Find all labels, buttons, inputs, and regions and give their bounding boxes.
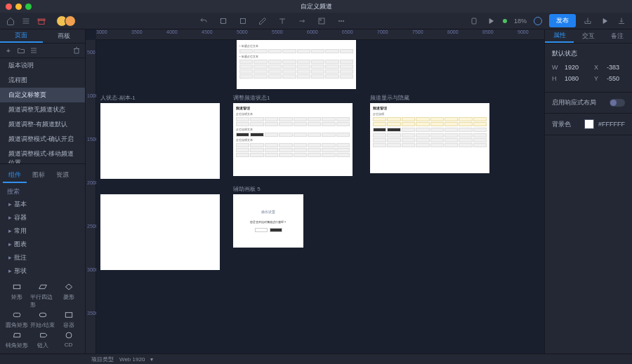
more-icon[interactable]	[336, 16, 346, 26]
undo-icon[interactable]	[199, 16, 209, 26]
artboard-label[interactable]: 调整频道状态1	[233, 94, 270, 102]
maximize-icon[interactable]	[25, 4, 32, 10]
collaborators[interactable]	[59, 15, 76, 27]
x-value[interactable]: -383	[607, 64, 619, 71]
window-title: 自定义频道	[301, 2, 332, 11]
add-page-icon[interactable]: +	[4, 46, 13, 55]
toolbar: 18% 发布	[0, 13, 632, 29]
page-item[interactable]: 版本说明	[0, 58, 85, 73]
artboard-label[interactable]: 辅助画板 5	[233, 185, 261, 193]
folder-icon[interactable]	[17, 46, 25, 55]
page-list: 版本说明流程图自定义标签页频道调整无频道状态频道调整-有频道默认频道调整模式-确…	[0, 58, 85, 163]
svg-point-5	[320, 19, 321, 20]
svg-point-7	[341, 20, 342, 22]
responsive-toggle[interactable]	[610, 99, 625, 107]
play-icon[interactable]	[600, 16, 610, 26]
shape-item[interactable]: 平行四边形	[30, 282, 55, 309]
page-item[interactable]: 自定义标签页	[0, 88, 85, 102]
close-icon[interactable]	[6, 4, 12, 10]
tab-icons[interactable]: 图标	[27, 168, 51, 183]
page-item[interactable]: 频道调整无频道状态	[0, 102, 85, 117]
shape-item[interactable]: 钝角矩形	[4, 330, 29, 349]
artboard[interactable]: • 标题占位文本• 标题占位文本	[237, 40, 356, 89]
svg-rect-13	[39, 313, 46, 316]
minimize-icon[interactable]	[15, 4, 22, 10]
tab-notes[interactable]: 备注	[603, 29, 632, 43]
artboard[interactable]: 人状态-副本-1	[100, 103, 220, 179]
page-item[interactable]: 流程图	[0, 73, 85, 88]
pen-icon[interactable]	[258, 16, 268, 26]
search-input[interactable]: 搜索	[0, 186, 85, 198]
canvas-area[interactable]: 3000350040004500500055006000650070007500…	[86, 29, 544, 353]
artboard[interactable]: 频道显示与隐藏频道管理占位说明	[370, 103, 489, 173]
project-settings-icon[interactable]	[534, 17, 542, 25]
component-group[interactable]: 基本	[0, 198, 85, 211]
list-icon[interactable]	[29, 46, 38, 55]
svg-rect-11	[13, 285, 20, 288]
component-group[interactable]: 图表	[0, 238, 85, 251]
tab-artboards[interactable]: 画板	[43, 29, 86, 43]
shape-item[interactable]: 菱形	[56, 282, 81, 309]
dropdown-icon[interactable]: ▾	[150, 356, 153, 363]
project-type-value[interactable]: Web 1920	[119, 356, 145, 363]
shape-item[interactable]: 链入	[30, 330, 55, 349]
artboard[interactable]: 辅助画板 5操作设置您是否开始对频道进行整理？	[233, 194, 303, 248]
artboard[interactable]	[100, 194, 220, 270]
preview-icon[interactable]	[486, 16, 496, 26]
width-value[interactable]: 1920	[565, 64, 579, 71]
shape-item[interactable]: 开始/结束	[30, 310, 55, 329]
sync-status-icon	[503, 19, 507, 23]
gift-icon[interactable]	[37, 16, 46, 26]
component-group[interactable]: 批注	[0, 251, 85, 264]
tab-components[interactable]: 组件	[3, 168, 27, 183]
svg-rect-1	[38, 19, 45, 20]
svg-rect-2	[220, 18, 225, 23]
image-icon[interactable]	[317, 16, 327, 26]
zoom-value[interactable]: 18%	[514, 18, 527, 25]
shape-item[interactable]: 矩形	[4, 282, 29, 309]
page-item[interactable]: 频道调整模式-移动频道位置	[0, 147, 85, 163]
page-item[interactable]: 频道调整-有频道默认	[0, 117, 85, 132]
component-group[interactable]: 常用	[0, 224, 85, 238]
svg-rect-4	[319, 18, 324, 24]
shape-icon[interactable]	[238, 16, 248, 26]
device-icon[interactable]	[469, 16, 479, 26]
avatar[interactable]	[65, 15, 76, 27]
canvas[interactable]: • 标题占位文本• 标题占位文本人状态-副本-1调整频道状态1频道管理占位说明文…	[96, 40, 544, 353]
svg-rect-0	[39, 20, 44, 24]
traffic-lights	[0, 4, 32, 10]
statusbar: 项目类型 Web 1920 ▾	[0, 353, 632, 364]
artboard-label[interactable]: 频道显示与隐藏	[370, 94, 409, 102]
left-tabs: 页面 画板	[0, 29, 85, 43]
share-icon[interactable]	[583, 16, 593, 26]
bgcolor-value[interactable]: #FFFFFF	[598, 121, 625, 128]
download-icon[interactable]	[617, 16, 626, 26]
artboard[interactable]: 调整频道状态1频道管理占位说明文本占位说明文本占位说明文本	[233, 103, 353, 176]
width-label: W	[552, 64, 560, 71]
tab-assets[interactable]: 资源	[51, 168, 74, 183]
bgcolor-swatch[interactable]	[584, 119, 594, 129]
height-value[interactable]: 1080	[565, 75, 579, 82]
trash-icon[interactable]	[72, 46, 81, 55]
left-sidebar: 页面 画板 + 版本说明流程图自定义标签页频道调整无频道状态频道调整-有频道默认…	[0, 29, 86, 353]
shape-item[interactable]: CD	[56, 330, 81, 349]
svg-rect-9	[472, 18, 476, 24]
svg-rect-3	[240, 18, 245, 23]
component-group[interactable]: 容器	[0, 211, 85, 224]
svg-point-6	[338, 20, 340, 22]
publish-button[interactable]: 发布	[549, 14, 576, 27]
artboard-label[interactable]: 人状态-副本-1	[100, 94, 136, 102]
connector-icon[interactable]	[297, 16, 307, 26]
artboard-icon[interactable]	[218, 16, 228, 26]
menu-icon[interactable]	[21, 16, 31, 26]
y-value[interactable]: -550	[607, 75, 619, 82]
shape-item[interactable]: 圆角矩形	[4, 310, 29, 329]
tab-properties[interactable]: 属性	[545, 29, 574, 43]
home-icon[interactable]	[6, 16, 15, 26]
tab-interaction[interactable]: 交互	[574, 29, 603, 43]
text-icon[interactable]	[277, 16, 287, 26]
component-group[interactable]: 形状	[0, 264, 85, 278]
shape-item[interactable]: 容器	[56, 310, 81, 329]
tab-pages[interactable]: 页面	[0, 29, 43, 43]
page-item[interactable]: 频道调整模式-确认开启	[0, 132, 85, 147]
